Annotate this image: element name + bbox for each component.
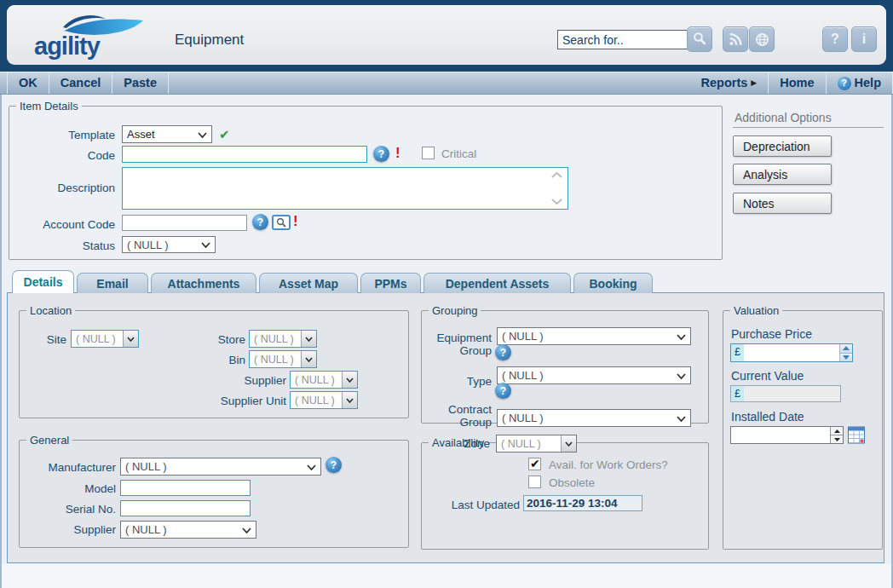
equipment-page: agility Equipment [0, 0, 893, 588]
tab-ppms[interactable]: PPMs [360, 273, 421, 293]
calendar-button[interactable] [848, 426, 865, 444]
tab-bar: Details Email Attachments Asset Map PPMs… [12, 270, 653, 293]
help-button[interactable]: ? [822, 26, 848, 52]
chevron-down-icon [677, 416, 686, 422]
installed-date-spin-down-icon[interactable] [831, 435, 843, 443]
help-icon: ? [831, 32, 839, 47]
chevron-down-icon [307, 464, 316, 470]
chevron-down-icon [201, 242, 210, 248]
critical-checkbox[interactable]: ✔ [422, 147, 435, 159]
account-code-required-icon: ! [293, 213, 298, 230]
textarea-scroll-up-icon[interactable] [550, 171, 563, 179]
avail-for-work-orders-checkbox[interactable]: ✔ [528, 458, 541, 470]
chevron-down-icon [123, 331, 138, 347]
purchase-price-input[interactable] [744, 344, 839, 361]
header: agility Equipment [7, 5, 886, 65]
tab-email[interactable]: Email [77, 273, 148, 293]
serial-no-label: Serial No. [22, 503, 116, 516]
item-details-legend: Item Details [16, 100, 82, 112]
grouping-legend: Grouping [429, 304, 481, 317]
status-label: Status [17, 239, 115, 252]
template-select[interactable]: Asset [122, 125, 212, 143]
availability-fieldset: Availability [421, 436, 709, 550]
type-label: Type [423, 375, 492, 388]
equipment-group-help-icon[interactable]: ? [495, 344, 511, 360]
chevron-down-icon [242, 527, 251, 533]
bin-combobox[interactable]: ( NULL ) [249, 350, 317, 368]
purchase-price-spinner: £ [730, 343, 853, 362]
code-required-icon: ! [395, 145, 400, 162]
purchase-price-spin-down-icon[interactable] [840, 353, 852, 362]
description-textarea[interactable] [122, 167, 568, 210]
last-updated-label: Last Updated [426, 499, 520, 511]
general-legend: General [26, 434, 72, 447]
tab-dependent-assets[interactable]: Dependent Assets [423, 273, 571, 293]
tab-details[interactable]: Details [12, 270, 74, 293]
installed-date-spin-up-icon[interactable] [831, 427, 843, 435]
status-select[interactable]: ( NULL ) [122, 236, 216, 253]
serial-no-input[interactable] [120, 500, 251, 516]
code-input[interactable] [122, 146, 367, 163]
type-select[interactable]: ( NULL ) [497, 366, 691, 384]
supplier-unit-label: Supplier Unit [203, 395, 286, 407]
purchase-price-spin-up-icon[interactable] [840, 344, 852, 353]
supplier-unit-combobox[interactable]: ( NULL ) [290, 391, 358, 409]
equipment-group-label: Equipment Group [423, 331, 492, 357]
contract-group-select[interactable]: ( NULL ) [497, 409, 691, 427]
installed-date-label: Installed Date [731, 410, 804, 424]
location-supplier-combobox[interactable]: ( NULL ) [290, 371, 358, 389]
cancel-button[interactable]: Cancel [49, 72, 113, 94]
account-code-lookup-icon[interactable] [272, 215, 291, 230]
home-button[interactable]: Home [769, 72, 826, 94]
installed-date-field [730, 426, 844, 444]
info-button[interactable]: i [851, 26, 877, 52]
type-help-icon[interactable]: ? [495, 383, 511, 399]
tab-asset-map[interactable]: Asset Map [259, 273, 358, 293]
code-help-icon[interactable]: ? [373, 146, 389, 162]
rss-button[interactable] [723, 26, 748, 52]
additional-options-rule [733, 127, 884, 128]
textarea-scroll-down-icon[interactable] [550, 198, 563, 205]
description-label: Description [17, 182, 115, 194]
calendar-icon [848, 426, 865, 444]
model-input[interactable] [120, 480, 251, 496]
manufacturer-help-icon[interactable]: ? [326, 457, 342, 473]
logo-text: agility [34, 32, 100, 61]
search-button[interactable] [687, 26, 712, 52]
reports-menu[interactable]: Reports ▶ [690, 72, 769, 94]
page-title: Equipment [175, 32, 244, 49]
site-combobox[interactable]: ( NULL ) [71, 330, 139, 348]
zone-combobox[interactable]: ( NULL ) [496, 435, 577, 453]
model-label: Model [22, 482, 116, 495]
store-label: Store [181, 333, 245, 346]
zone-label: Zone [449, 437, 490, 450]
purchase-price-currency: £ [731, 344, 744, 361]
tab-attachments[interactable]: Attachments [151, 273, 256, 293]
info-icon: i [862, 32, 866, 47]
account-code-help-icon[interactable]: ? [252, 214, 268, 230]
notes-button[interactable]: Notes [733, 193, 832, 214]
account-code-input[interactable] [122, 215, 247, 231]
chevron-down-icon [198, 132, 207, 138]
store-combobox[interactable]: ( NULL ) [249, 330, 317, 348]
manufacturer-label: Manufacturer [22, 461, 116, 474]
search-input[interactable] [557, 30, 688, 49]
obsolete-checkbox[interactable]: ✔ [528, 476, 541, 488]
help-menu-button[interactable]: ? Help [827, 72, 893, 94]
general-supplier-label: Supplier [22, 523, 116, 536]
tab-booking[interactable]: Booking [573, 273, 653, 293]
globe-button[interactable] [749, 26, 775, 52]
manufacturer-select[interactable]: ( NULL ) [120, 458, 321, 476]
obsolete-label: Obsolete [549, 476, 595, 489]
toolbar: OK Cancel Paste Reports ▶ Home ? Help [0, 72, 893, 95]
paste-button[interactable]: Paste [112, 72, 169, 94]
agility-logo[interactable]: agility [32, 12, 152, 65]
reports-arrow-icon: ▶ [751, 72, 757, 94]
analysis-button[interactable]: Analysis [733, 164, 832, 185]
ok-button[interactable]: OK [8, 72, 49, 94]
location-legend: Location [26, 304, 75, 317]
installed-date-input[interactable] [731, 427, 830, 443]
general-supplier-select[interactable]: ( NULL ) [120, 521, 256, 539]
depreciation-button[interactable]: Depreciation [733, 135, 832, 157]
equipment-group-select[interactable]: ( NULL ) [497, 327, 691, 345]
